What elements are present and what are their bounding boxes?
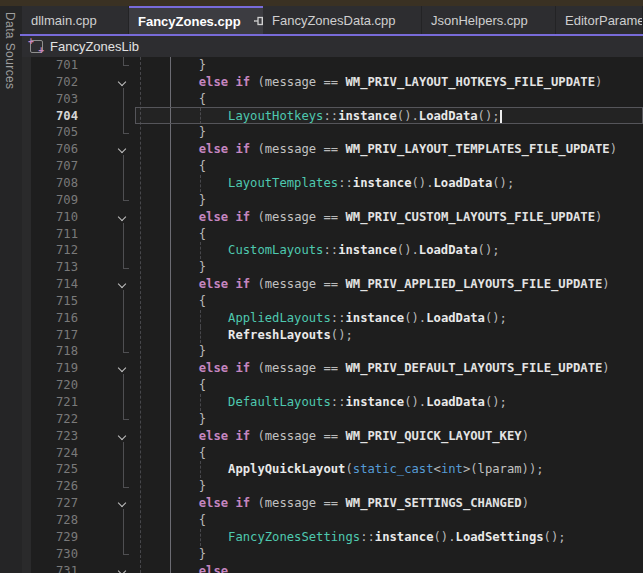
code-line: 725 ApplyQuickLayout(static_cast<int>(lp… [22,461,643,478]
line-number: 725 [22,461,78,478]
line-number: 705 [22,124,78,141]
code-text[interactable]: } [140,259,206,276]
code-line: 728 { [22,512,643,529]
line-number: 729 [22,529,78,546]
code-line: 706 else if (message == WM_PRIV_LAYOUT_T… [22,141,643,158]
code-line: 731 else [22,563,643,573]
tab-label: FancyZones.cpp [138,14,241,29]
line-number: 715 [22,293,78,310]
tool-window-tab-strip: Data Sources [0,6,22,573]
code-line: 711 { [22,226,643,243]
breadcrumb-scope-label[interactable]: FancyZonesLib [50,39,139,54]
code-text[interactable]: else if (message == WM_PRIV_LAYOUT_TEMPL… [140,141,617,158]
editor-tab-dllmain-cpp[interactable]: dllmain.cpp [22,6,129,34]
code-line: 701 } [22,57,643,74]
line-number: 721 [22,394,78,411]
line-number: 713 [22,259,78,276]
editor-tab-fancyzonesdata-cpp[interactable]: FancyZonesData.cpp [263,6,422,34]
line-number: 730 [22,546,78,563]
code-text[interactable]: LayoutHotkeys::instance().LoadData(); [140,108,502,125]
line-number: 709 [22,192,78,209]
code-text[interactable]: FancyZonesSettings::instance().LoadSetti… [140,529,566,546]
code-text[interactable]: else [140,563,228,573]
line-number: 704 [22,108,78,125]
text-caret [500,110,502,123]
code-text[interactable]: AppliedLayouts::instance().LoadData(); [140,310,507,327]
code-line: 722 } [22,411,643,428]
line-number: 707 [22,158,78,175]
code-text[interactable]: CustomLayouts::instance().LoadData(); [140,242,500,259]
code-line: 708 LayoutTemplates::instance().LoadData… [22,175,643,192]
code-line: 730 } [22,546,643,563]
editor-tab-jsonhelpers-cpp[interactable]: JsonHelpers.cpp [422,6,556,34]
code-text[interactable]: } [140,343,206,360]
line-number: 710 [22,209,78,226]
line-number: 701 [22,57,78,74]
code-text[interactable]: else if (message == WM_PRIV_APPLIED_LAYO… [140,276,610,293]
tab-label: dllmain.cpp [31,13,97,28]
line-number: 728 [22,512,78,529]
line-number: 714 [22,276,78,293]
tab-label: EditorParamete [565,13,643,28]
tab-label: JsonHelpers.cpp [431,13,528,28]
code-text[interactable]: } [140,478,206,495]
code-line: 723 else if (message == WM_PRIV_QUICK_LA… [22,428,643,445]
code-text[interactable]: } [140,546,206,563]
code-editor[interactable]: 701 }702 else if (message == WM_PRIV_LAY… [22,57,643,573]
code-text[interactable]: } [140,192,206,209]
code-line: 726 } [22,478,643,495]
line-number: 720 [22,377,78,394]
code-line: 724 { [22,445,643,462]
code-text[interactable]: { [140,91,206,108]
code-text[interactable]: else if (message == WM_PRIV_QUICK_LAYOUT… [140,428,529,445]
code-text[interactable]: } [140,57,206,74]
code-line: 720 { [22,377,643,394]
code-text[interactable]: { [140,377,206,394]
code-text[interactable]: LayoutTemplates::instance().LoadData(); [140,175,514,192]
sidebar-tab-data-sources[interactable]: Data Sources [3,12,17,90]
code-text[interactable]: else if (message == WM_PRIV_LAYOUT_HOTKE… [140,74,602,91]
code-line: 713 } [22,259,643,276]
code-line: 714 else if (message == WM_PRIV_APPLIED_… [22,276,643,293]
code-text[interactable]: else if (message == WM_PRIV_DEFAULT_LAYO… [140,360,610,377]
line-number: 722 [22,411,78,428]
code-text[interactable]: DefaultLayouts::instance().LoadData(); [140,394,507,411]
code-line: 716 AppliedLayouts::instance().LoadData(… [22,310,643,327]
line-number: 726 [22,478,78,495]
code-text[interactable]: { [140,512,206,529]
code-text[interactable]: } [140,124,206,141]
line-number: 718 [22,343,78,360]
line-number: 703 [22,91,78,108]
code-line: 729 FancyZonesSettings::instance().LoadS… [22,529,643,546]
code-text[interactable]: { [140,226,206,243]
line-number: 724 [22,445,78,462]
line-number: 708 [22,175,78,192]
line-number: 723 [22,428,78,445]
code-text[interactable]: else if (message == WM_PRIV_SETTINGS_CHA… [140,495,529,512]
line-number: 719 [22,360,78,377]
code-line: 709 } [22,192,643,209]
line-number: 711 [22,226,78,243]
line-number: 706 [22,141,78,158]
line-number: 717 [22,327,78,344]
document-tab-bar: dllmain.cppFancyZones.cpp×FancyZonesData… [22,6,643,34]
code-line: 718 } [22,343,643,360]
code-text[interactable]: } [140,411,206,428]
code-text[interactable]: { [140,158,206,175]
code-text[interactable]: { [140,293,206,310]
code-line: 707 { [22,158,643,175]
code-text[interactable]: { [140,445,206,462]
code-line: 702 else if (message == WM_PRIV_LAYOUT_H… [22,74,643,91]
code-line: 721 DefaultLayouts::instance().LoadData(… [22,394,643,411]
pin-icon[interactable] [253,15,263,27]
code-text[interactable]: RefreshLayouts(); [140,327,353,344]
editor-tab-editorparamete[interactable]: EditorParamete [556,6,643,34]
code-text[interactable]: else if (message == WM_PRIV_CUSTOM_LAYOU… [140,209,602,226]
code-line: 703 { [22,91,643,108]
code-line: 717 RefreshLayouts(); [22,327,643,344]
tab-label: FancyZonesData.cpp [272,13,396,28]
code-line: 712 CustomLayouts::instance().LoadData()… [22,242,643,259]
editor-tab-fancyzones-cpp[interactable]: FancyZones.cpp× [129,6,263,34]
line-number: 712 [22,242,78,259]
code-text[interactable]: ApplyQuickLayout(static_cast<int>(lparam… [140,461,544,478]
